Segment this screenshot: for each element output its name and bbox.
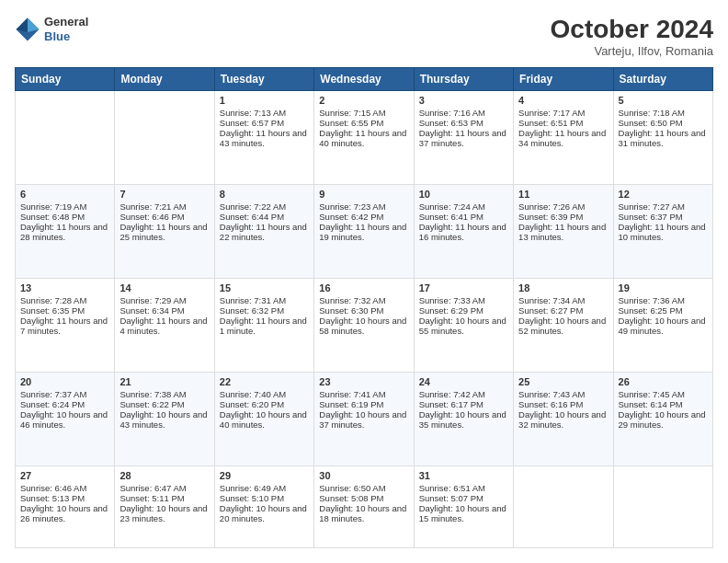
sunset-text: Sunset: 6:20 PM: [220, 399, 309, 409]
sunrise-text: Sunrise: 7:45 AM: [619, 389, 708, 399]
day-number: 9: [319, 189, 408, 200]
sunrise-text: Sunrise: 7:34 AM: [518, 295, 608, 305]
daylight-text: Daylight: 11 hours and 10 minutes.: [619, 222, 708, 242]
day-number: 30: [319, 470, 408, 481]
col-friday: Friday: [514, 68, 613, 91]
table-row: [16, 91, 115, 185]
sunset-text: Sunset: 6:51 PM: [518, 118, 608, 128]
sunset-text: Sunset: 6:42 PM: [319, 212, 408, 222]
table-row: 15Sunrise: 7:31 AMSunset: 6:32 PMDayligh…: [214, 278, 313, 372]
table-row: 2Sunrise: 7:15 AMSunset: 6:55 PMDaylight…: [314, 91, 414, 185]
table-row: 9Sunrise: 7:23 AMSunset: 6:42 PMDaylight…: [314, 184, 414, 278]
day-number: 21: [119, 376, 209, 387]
sunrise-text: Sunrise: 7:37 AM: [20, 389, 109, 399]
daylight-text: Daylight: 10 hours and 29 minutes.: [619, 409, 708, 430]
daylight-text: Daylight: 10 hours and 23 minutes.: [119, 503, 209, 523]
logo-line1: General: [44, 15, 88, 29]
day-number: 8: [220, 189, 309, 200]
daylight-text: Daylight: 11 hours and 40 minutes.: [319, 128, 408, 148]
daylight-text: Daylight: 10 hours and 32 minutes.: [518, 409, 608, 430]
daylight-text: Daylight: 10 hours and 52 minutes.: [518, 316, 608, 336]
day-number: 27: [20, 470, 109, 481]
day-number: 12: [619, 189, 708, 200]
day-number: 25: [518, 376, 608, 387]
table-row: 6Sunrise: 7:19 AMSunset: 6:48 PMDaylight…: [16, 184, 115, 278]
sunrise-text: Sunrise: 6:49 AM: [220, 483, 309, 493]
day-number: 18: [518, 282, 608, 293]
table-row: 27Sunrise: 6:46 AMSunset: 5:13 PMDayligh…: [16, 465, 115, 547]
table-row: 29Sunrise: 6:49 AMSunset: 5:10 PMDayligh…: [214, 465, 313, 547]
sunset-text: Sunset: 5:08 PM: [319, 493, 408, 503]
sunset-text: Sunset: 6:44 PM: [220, 212, 309, 222]
daylight-text: Daylight: 10 hours and 15 minutes.: [419, 503, 508, 523]
sunset-text: Sunset: 6:30 PM: [319, 305, 408, 316]
sunset-text: Sunset: 6:48 PM: [20, 212, 109, 222]
table-row: 31Sunrise: 6:51 AMSunset: 5:07 PMDayligh…: [414, 465, 513, 547]
table-row: 24Sunrise: 7:42 AMSunset: 6:17 PMDayligh…: [414, 372, 513, 465]
sunrise-text: Sunrise: 7:16 AM: [419, 108, 508, 118]
sunset-text: Sunset: 6:22 PM: [119, 399, 209, 409]
day-number: 22: [220, 376, 309, 387]
day-number: 4: [518, 95, 608, 106]
logo: General Blue: [15, 15, 88, 43]
logo-icon: [15, 17, 40, 42]
daylight-text: Daylight: 10 hours and 55 minutes.: [419, 316, 508, 336]
day-number: 16: [319, 282, 408, 293]
sunrise-text: Sunrise: 7:43 AM: [518, 389, 608, 399]
table-row: 16Sunrise: 7:32 AMSunset: 6:30 PMDayligh…: [314, 278, 414, 372]
sunrise-text: Sunrise: 7:31 AM: [220, 295, 309, 305]
logo-line2: Blue: [44, 29, 88, 44]
sunrise-text: Sunrise: 7:33 AM: [419, 295, 508, 305]
day-number: 11: [518, 189, 608, 200]
table-row: 14Sunrise: 7:29 AMSunset: 6:34 PMDayligh…: [115, 278, 214, 372]
daylight-text: Daylight: 10 hours and 40 minutes.: [220, 409, 309, 430]
sunset-text: Sunset: 5:07 PM: [419, 493, 508, 503]
table-row: 19Sunrise: 7:36 AMSunset: 6:25 PMDayligh…: [613, 278, 712, 372]
table-row: 12Sunrise: 7:27 AMSunset: 6:37 PMDayligh…: [613, 184, 712, 278]
daylight-text: Daylight: 10 hours and 43 minutes.: [119, 409, 209, 430]
sunrise-text: Sunrise: 6:46 AM: [20, 483, 109, 493]
sunrise-text: Sunrise: 7:26 AM: [518, 201, 608, 212]
sunrise-text: Sunrise: 7:32 AM: [319, 295, 408, 305]
page: General Blue October 2024 Varteju, Ilfov…: [0, 0, 728, 563]
sunrise-text: Sunrise: 6:50 AM: [319, 483, 408, 493]
table-row: 20Sunrise: 7:37 AMSunset: 6:24 PMDayligh…: [16, 372, 115, 465]
sunset-text: Sunset: 5:11 PM: [119, 493, 209, 503]
sunset-text: Sunset: 6:25 PM: [619, 305, 708, 316]
sunset-text: Sunset: 6:41 PM: [419, 212, 508, 222]
table-row: 5Sunrise: 7:18 AMSunset: 6:50 PMDaylight…: [613, 91, 712, 185]
sunrise-text: Sunrise: 7:38 AM: [119, 389, 209, 399]
sunset-text: Sunset: 6:57 PM: [220, 118, 309, 128]
table-row: 23Sunrise: 7:41 AMSunset: 6:19 PMDayligh…: [314, 372, 414, 465]
daylight-text: Daylight: 11 hours and 43 minutes.: [220, 128, 309, 148]
sunset-text: Sunset: 6:19 PM: [319, 399, 408, 409]
table-row: [613, 465, 712, 547]
sunrise-text: Sunrise: 7:23 AM: [319, 201, 408, 212]
sunrise-text: Sunrise: 7:40 AM: [220, 389, 309, 399]
sunset-text: Sunset: 6:53 PM: [419, 118, 508, 128]
calendar-title: October 2024: [551, 15, 713, 44]
sunrise-text: Sunrise: 6:51 AM: [419, 483, 508, 493]
day-number: 2: [319, 95, 408, 106]
calendar-subtitle: Varteju, Ilfov, Romania: [551, 44, 713, 58]
sunrise-text: Sunrise: 7:18 AM: [619, 108, 708, 118]
table-row: 8Sunrise: 7:22 AMSunset: 6:44 PMDaylight…: [214, 184, 313, 278]
day-number: 17: [419, 282, 508, 293]
logo-text: General Blue: [44, 15, 88, 43]
table-row: [115, 91, 214, 185]
day-number: 7: [119, 189, 209, 200]
day-number: 24: [419, 376, 508, 387]
daylight-text: Daylight: 11 hours and 25 minutes.: [119, 222, 209, 242]
day-number: 31: [419, 470, 508, 481]
day-number: 13: [20, 282, 109, 293]
daylight-text: Daylight: 11 hours and 19 minutes.: [319, 222, 408, 242]
col-saturday: Saturday: [613, 68, 712, 91]
table-row: 30Sunrise: 6:50 AMSunset: 5:08 PMDayligh…: [314, 465, 414, 547]
daylight-text: Daylight: 10 hours and 58 minutes.: [319, 316, 408, 336]
day-number: 20: [20, 376, 109, 387]
sunrise-text: Sunrise: 7:29 AM: [119, 295, 209, 305]
table-row: 10Sunrise: 7:24 AMSunset: 6:41 PMDayligh…: [414, 184, 513, 278]
sunrise-text: Sunrise: 7:21 AM: [119, 201, 209, 212]
table-row: 21Sunrise: 7:38 AMSunset: 6:22 PMDayligh…: [115, 372, 214, 465]
table-row: 22Sunrise: 7:40 AMSunset: 6:20 PMDayligh…: [214, 372, 313, 465]
